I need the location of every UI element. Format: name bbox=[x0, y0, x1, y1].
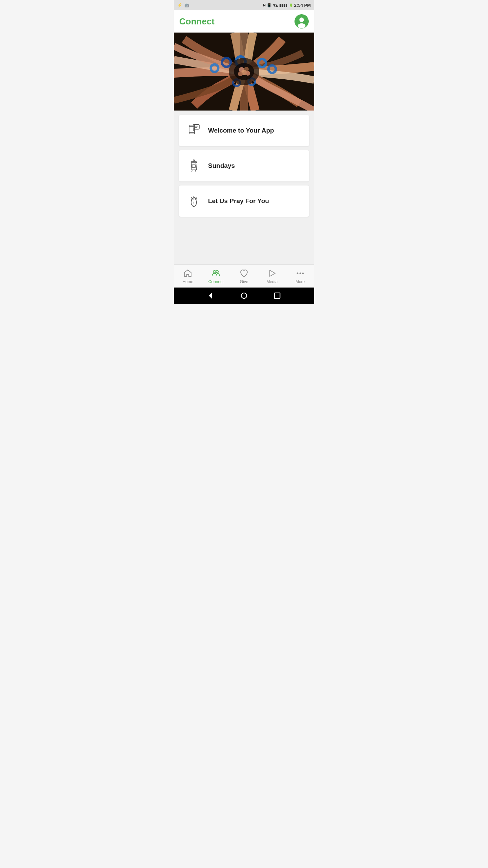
svg-rect-25 bbox=[191, 162, 197, 163]
recents-icon bbox=[272, 291, 282, 300]
battery-icon: 🔋 bbox=[289, 3, 293, 7]
nav-connect[interactable]: Connect bbox=[202, 266, 230, 287]
connect-icon bbox=[211, 269, 221, 278]
svg-line-27 bbox=[192, 170, 192, 172]
usb-icon: ⚡ bbox=[177, 3, 182, 7]
podium-icon bbox=[186, 158, 202, 174]
svg-marker-35 bbox=[270, 270, 275, 276]
svg-rect-41 bbox=[274, 293, 280, 298]
nav-connect-label: Connect bbox=[208, 279, 224, 284]
back-icon bbox=[206, 291, 216, 300]
hero-banner bbox=[174, 33, 314, 111]
svg-line-28 bbox=[196, 170, 196, 172]
android-home-icon bbox=[239, 291, 249, 300]
header: Connect bbox=[174, 10, 314, 33]
cards-container: Welcome to Your App Sundays bbox=[174, 111, 314, 264]
nav-more-label: More bbox=[296, 279, 305, 284]
pray-card[interactable]: Let Us Pray For You bbox=[179, 185, 309, 217]
nav-media-label: Media bbox=[266, 279, 278, 284]
give-icon bbox=[239, 269, 249, 278]
svg-rect-29 bbox=[192, 165, 196, 167]
pray-icon bbox=[186, 193, 202, 209]
svg-point-40 bbox=[241, 293, 247, 298]
vibrate-icon: 📳 bbox=[267, 3, 272, 7]
svg-point-31 bbox=[193, 160, 195, 161]
nav-more[interactable]: More bbox=[286, 266, 314, 287]
chat-icon bbox=[186, 122, 202, 139]
status-bar: ⚡ 🤖 N 📳 ▾▴ ▮▮▮▮ 🔋 2:54 PM bbox=[174, 0, 314, 10]
page-title: Connect bbox=[179, 16, 215, 27]
nfc-icon: N bbox=[263, 3, 266, 7]
nav-give-label: Give bbox=[240, 279, 248, 284]
svg-point-1 bbox=[299, 18, 304, 22]
android-back-button[interactable] bbox=[206, 291, 216, 300]
media-icon bbox=[267, 269, 277, 278]
svg-point-37 bbox=[300, 273, 301, 274]
android-icon: 🤖 bbox=[184, 3, 189, 7]
time-display: 2:54 PM bbox=[294, 3, 311, 8]
svg-point-36 bbox=[297, 273, 298, 274]
nav-give[interactable]: Give bbox=[230, 266, 258, 287]
nav-home[interactable]: Home bbox=[174, 266, 202, 287]
wifi-icon: ▾▴ bbox=[273, 3, 278, 8]
home-icon bbox=[183, 269, 192, 278]
svg-point-33 bbox=[214, 270, 216, 273]
svg-marker-39 bbox=[209, 293, 212, 299]
user-avatar-button[interactable] bbox=[294, 14, 309, 28]
svg-point-38 bbox=[302, 273, 304, 274]
more-icon bbox=[296, 269, 305, 278]
android-recents-button[interactable] bbox=[272, 291, 282, 300]
pray-card-label: Let Us Pray For You bbox=[208, 197, 269, 205]
sundays-card[interactable]: Sundays bbox=[179, 150, 309, 182]
svg-point-17 bbox=[238, 72, 243, 76]
svg-point-18 bbox=[245, 71, 250, 76]
android-nav-bar bbox=[174, 288, 314, 304]
sundays-card-label: Sundays bbox=[208, 162, 235, 170]
hero-image-svg bbox=[174, 33, 314, 111]
welcome-card[interactable]: Welcome to Your App bbox=[179, 115, 309, 146]
user-avatar-icon bbox=[295, 15, 308, 28]
bottom-navigation: Home Connect Give Media More bbox=[174, 264, 314, 288]
nav-media[interactable]: Media bbox=[258, 266, 286, 287]
svg-point-34 bbox=[216, 270, 219, 273]
android-home-button[interactable] bbox=[239, 291, 249, 300]
signal-icon: ▮▮▮▮ bbox=[279, 3, 287, 7]
status-bar-right: N 📳 ▾▴ ▮▮▮▮ 🔋 2:54 PM bbox=[263, 3, 311, 8]
welcome-card-label: Welcome to Your App bbox=[208, 127, 274, 134]
status-bar-left: ⚡ 🤖 bbox=[177, 3, 189, 7]
nav-home-label: Home bbox=[182, 279, 193, 284]
